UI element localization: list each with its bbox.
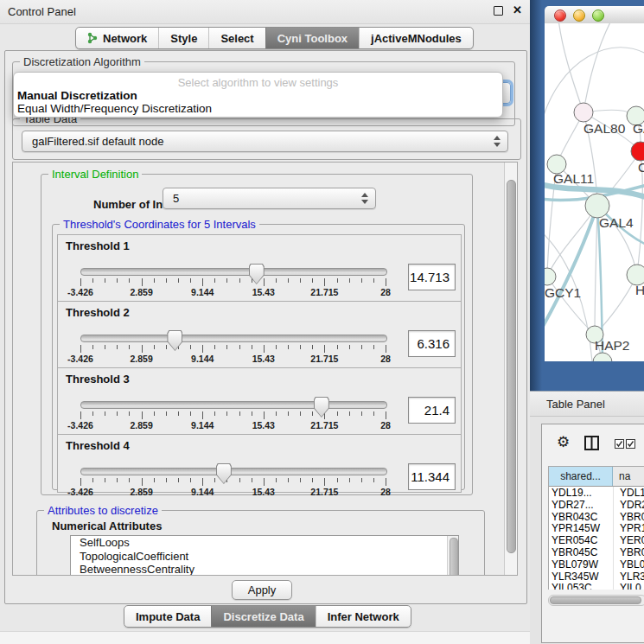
table-row[interactable]: YPR145WYPR1	[549, 522, 644, 534]
gear-icon[interactable]: ⚙	[557, 433, 570, 451]
minimize-traffic-light-icon[interactable]	[573, 10, 585, 22]
network-edge[interactable]	[558, 23, 583, 112]
threshold-value-field[interactable]: 11.344	[408, 463, 456, 490]
horizontal-scrollbar[interactable]	[548, 595, 644, 606]
float-window-icon[interactable]	[494, 6, 503, 16]
control-panel-tabs: NetworkStyleSelectCyni ToolboxjActiveMNo…	[75, 27, 474, 49]
tick-mark	[92, 278, 93, 283]
tab-select[interactable]: Select	[208, 28, 265, 48]
column-header-shared-[interactable]: shared...	[549, 467, 613, 486]
close-traffic-light-icon[interactable]	[554, 10, 566, 22]
threshold-panel: Threshold 4-3.4262.8599.14415.4321.71528…	[57, 434, 462, 493]
list-item[interactable]: TopologicalCoefficient	[71, 550, 458, 564]
tick-mark	[178, 278, 179, 283]
list-item[interactable]: BetweennessCentrality	[71, 563, 458, 576]
table-row[interactable]: YBR045CYBR0	[549, 546, 644, 558]
node-label: GA	[633, 121, 644, 136]
network-window-titlebar[interactable]	[545, 6, 644, 24]
slider-track[interactable]	[80, 268, 387, 276]
tick-mark	[80, 345, 81, 353]
network-edge[interactable]	[545, 206, 597, 331]
threshold-label: Threshold 1	[66, 239, 130, 252]
tick-mark	[337, 478, 338, 482]
table-data-select[interactable]: galFiltered.sif default node	[22, 131, 508, 152]
table-cell: YBR045C	[549, 546, 613, 558]
vertical-scrollbar[interactable]	[504, 163, 517, 575]
tick-label: 2.859	[130, 420, 152, 430]
network-node-gcy1[interactable]	[545, 268, 556, 285]
tick-mark	[373, 478, 374, 482]
tick-mark	[300, 478, 301, 482]
status-strip	[0, 631, 530, 644]
tick-label: 15.43	[252, 287, 275, 297]
tick-mark	[349, 478, 350, 482]
table-row[interactable]: YDL19...YDL1	[549, 487, 644, 499]
slider-ticks	[80, 278, 386, 287]
tick-mark	[142, 278, 143, 286]
tick-label: 21.715	[310, 354, 338, 364]
threshold-value-field[interactable]: 21.4	[408, 397, 456, 424]
dropdown-option[interactable]: Equal Width/Frequency Discretization	[17, 102, 212, 115]
tick-mark	[117, 411, 118, 416]
tick-mark	[226, 278, 227, 283]
tab-jactivemnodules[interactable]: jActiveMNodules	[359, 28, 473, 48]
group-title: Discretization Algorithm	[20, 55, 144, 68]
table-row[interactable]: YDR27...YDR2	[549, 499, 644, 511]
tick-mark	[239, 345, 240, 349]
table-row[interactable]: YER054CYER0	[549, 534, 644, 546]
slider-track[interactable]	[80, 335, 387, 342]
slider-track[interactable]	[80, 468, 387, 475]
threshold-value-field[interactable]: 14.713	[408, 264, 456, 290]
bottom-tab-discretize-data[interactable]: Discretize Data	[211, 606, 315, 627]
apply-button[interactable]: Apply	[232, 580, 292, 600]
threshold-label: Threshold 3	[66, 373, 130, 386]
tick-label: 2.859	[130, 354, 152, 364]
network-canvas[interactable]: GAL80GACGAL11GAL4GCY1HHAP2	[545, 23, 644, 361]
tab-style[interactable]: Style	[158, 28, 208, 48]
tick-mark	[373, 345, 374, 349]
list-item[interactable]: SelfLoops	[71, 536, 458, 550]
tick-mark	[239, 478, 240, 482]
table-browser: ⚙ shared...na YDL19...YDL1YDR27...YDR2YB…	[541, 424, 644, 643]
table-cell: YER054C	[549, 534, 613, 546]
list-scrollbar[interactable]	[447, 536, 458, 576]
control-panel-titlebar: Control Panel ✕	[0, 0, 530, 24]
table-row[interactable]: YIL053CYIL0	[549, 582, 644, 590]
dropdown-option[interactable]: Manual Discretization	[17, 89, 137, 102]
column-header-na[interactable]: na	[613, 467, 644, 486]
table-row[interactable]: YBR043CYBR0	[549, 511, 644, 523]
slider-track[interactable]	[80, 401, 387, 409]
column-layout-icon[interactable]	[584, 436, 599, 450]
tab-label: Style	[170, 32, 197, 45]
tick-mark	[324, 478, 325, 486]
tab-cyni-toolbox[interactable]: Cyni Toolbox	[265, 28, 359, 48]
bottom-tab-infer-network[interactable]: Infer Network	[316, 606, 411, 627]
tick-mark	[190, 278, 191, 283]
tick-mark	[154, 278, 155, 283]
list-scrollbar-thumb[interactable]	[450, 538, 458, 576]
table-row[interactable]: YLR345WYLR3	[549, 571, 644, 583]
number-of-intervals-select[interactable]: 5	[163, 188, 376, 209]
tick-mark	[312, 411, 313, 416]
tick-label: 2.859	[130, 287, 152, 297]
network-node[interactable]	[593, 353, 612, 361]
horizontal-scrollbar-thumb[interactable]	[550, 596, 641, 604]
network-edge[interactable]	[583, 23, 612, 112]
zoom-traffic-light-icon[interactable]	[592, 10, 604, 22]
table-toolbar: ⚙	[542, 424, 644, 462]
numerical-attributes-list[interactable]: SelfLoopsTopologicalCoefficientBetweenne…	[70, 535, 459, 576]
bottom-tab-impute-data[interactable]: Impute Data	[124, 606, 211, 627]
vertical-scrollbar-thumb[interactable]	[507, 180, 516, 553]
network-edge[interactable]	[595, 206, 597, 335]
tick-mark	[166, 478, 167, 482]
network-node-gal80[interactable]	[574, 103, 593, 122]
tick-mark	[361, 345, 362, 349]
table-cell: YPR145W	[549, 522, 613, 534]
table-row[interactable]: YBL079WYBL0	[549, 558, 644, 571]
tab-network[interactable]: Network	[76, 28, 158, 48]
select-columns-icon[interactable]	[615, 439, 635, 449]
close-icon[interactable]: ✕	[513, 3, 522, 16]
threshold-value-field[interactable]: 6.316	[408, 330, 456, 357]
network-node-gal4[interactable]	[585, 194, 609, 218]
tick-mark	[154, 411, 155, 416]
